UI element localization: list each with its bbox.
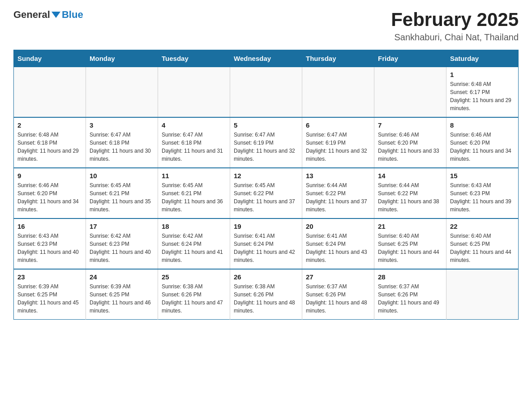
day-number: 26 [234,273,298,281]
logo-blue-text: Blue [62,9,83,21]
day-header-saturday: Saturday [446,50,519,67]
week-row-1: 1Sunrise: 6:48 AM Sunset: 6:17 PM Daylig… [14,67,519,118]
day-number: 2 [17,121,82,129]
day-info: Sunrise: 6:37 AM Sunset: 6:26 PM Dayligh… [306,283,370,315]
day-number: 15 [450,172,515,180]
day-info: Sunrise: 6:45 AM Sunset: 6:21 PM Dayligh… [90,181,154,214]
day-info: Sunrise: 6:40 AM Sunset: 6:25 PM Dayligh… [378,232,442,264]
day-number: 8 [450,121,515,129]
calendar-cell: 12Sunrise: 6:45 AM Sunset: 6:22 PM Dayli… [230,168,302,218]
day-info: Sunrise: 6:47 AM Sunset: 6:18 PM Dayligh… [162,131,226,163]
day-number: 11 [162,172,226,180]
calendar-cell: 22Sunrise: 6:40 AM Sunset: 6:25 PM Dayli… [446,218,519,269]
calendar-cell: 13Sunrise: 6:44 AM Sunset: 6:22 PM Dayli… [302,168,374,218]
calendar-cell: 1Sunrise: 6:48 AM Sunset: 6:17 PM Daylig… [446,67,519,118]
day-header-friday: Friday [374,50,446,67]
calendar-cell: 8Sunrise: 6:46 AM Sunset: 6:20 PM Daylig… [446,117,519,168]
day-info: Sunrise: 6:46 AM Sunset: 6:20 PM Dayligh… [450,131,515,163]
day-info: Sunrise: 6:47 AM Sunset: 6:19 PM Dayligh… [234,131,298,163]
calendar-cell: 20Sunrise: 6:41 AM Sunset: 6:24 PM Dayli… [302,218,374,269]
week-row-4: 16Sunrise: 6:43 AM Sunset: 6:23 PM Dayli… [14,218,519,269]
calendar-cell: 10Sunrise: 6:45 AM Sunset: 6:21 PM Dayli… [86,168,158,218]
day-number: 7 [378,121,442,129]
day-info: Sunrise: 6:47 AM Sunset: 6:19 PM Dayligh… [306,131,370,163]
calendar-cell [302,67,374,118]
day-number: 5 [234,121,298,129]
calendar-cell: 16Sunrise: 6:43 AM Sunset: 6:23 PM Dayli… [14,218,86,269]
day-info: Sunrise: 6:39 AM Sunset: 6:25 PM Dayligh… [17,283,82,315]
day-header-wednesday: Wednesday [230,50,302,67]
day-number: 9 [17,172,82,180]
day-number: 13 [306,172,370,180]
day-number: 27 [306,273,370,281]
calendar-cell: 15Sunrise: 6:43 AM Sunset: 6:23 PM Dayli… [446,168,519,218]
location-subtitle: Sankhaburi, Chai Nat, Thailand [391,32,519,43]
day-number: 22 [450,223,515,230]
day-number: 28 [378,273,442,281]
calendar-cell [446,269,519,320]
day-info: Sunrise: 6:39 AM Sunset: 6:25 PM Dayligh… [90,283,154,315]
day-number: 19 [234,223,298,230]
calendar-cell: 14Sunrise: 6:44 AM Sunset: 6:22 PM Dayli… [374,168,446,218]
day-number: 1 [450,71,515,78]
calendar-body: 1Sunrise: 6:48 AM Sunset: 6:17 PM Daylig… [14,67,519,320]
day-header-monday: Monday [86,50,158,67]
day-info: Sunrise: 6:40 AM Sunset: 6:25 PM Dayligh… [450,232,515,264]
logo-general-text: General [13,9,50,21]
day-number: 23 [17,273,82,281]
day-info: Sunrise: 6:43 AM Sunset: 6:23 PM Dayligh… [450,181,515,214]
calendar-cell: 5Sunrise: 6:47 AM Sunset: 6:19 PM Daylig… [230,117,302,168]
calendar-cell [374,67,446,118]
day-info: Sunrise: 6:38 AM Sunset: 6:26 PM Dayligh… [162,283,226,315]
calendar-cell: 28Sunrise: 6:37 AM Sunset: 6:26 PM Dayli… [374,269,446,320]
day-info: Sunrise: 6:48 AM Sunset: 6:18 PM Dayligh… [17,131,82,163]
day-number: 6 [306,121,370,129]
day-number: 14 [378,172,442,180]
day-header-sunday: Sunday [14,50,86,67]
calendar-cell: 19Sunrise: 6:41 AM Sunset: 6:24 PM Dayli… [230,218,302,269]
calendar-cell: 2Sunrise: 6:48 AM Sunset: 6:18 PM Daylig… [14,117,86,168]
calendar-cell: 3Sunrise: 6:47 AM Sunset: 6:18 PM Daylig… [86,117,158,168]
calendar-header: SundayMondayTuesdayWednesdayThursdayFrid… [14,50,519,67]
day-number: 24 [90,273,154,281]
day-number: 10 [90,172,154,180]
day-info: Sunrise: 6:41 AM Sunset: 6:24 PM Dayligh… [234,232,298,264]
calendar-cell: 23Sunrise: 6:39 AM Sunset: 6:25 PM Dayli… [14,269,86,320]
calendar-cell: 9Sunrise: 6:46 AM Sunset: 6:20 PM Daylig… [14,168,86,218]
day-info: Sunrise: 6:47 AM Sunset: 6:18 PM Dayligh… [90,131,154,163]
day-info: Sunrise: 6:46 AM Sunset: 6:20 PM Dayligh… [378,131,442,163]
calendar-cell: 24Sunrise: 6:39 AM Sunset: 6:25 PM Dayli… [86,269,158,320]
calendar-cell: 6Sunrise: 6:47 AM Sunset: 6:19 PM Daylig… [302,117,374,168]
logo-triangle-icon [51,12,60,18]
page-header: General Blue February 2025 Sankhaburi, C… [13,9,519,43]
day-info: Sunrise: 6:41 AM Sunset: 6:24 PM Dayligh… [306,232,370,264]
calendar-cell: 25Sunrise: 6:38 AM Sunset: 6:26 PM Dayli… [158,269,230,320]
calendar-cell [14,67,86,118]
main-title: February 2025 [391,9,519,30]
day-info: Sunrise: 6:42 AM Sunset: 6:24 PM Dayligh… [162,232,226,264]
day-info: Sunrise: 6:43 AM Sunset: 6:23 PM Dayligh… [17,232,82,264]
week-row-3: 9Sunrise: 6:46 AM Sunset: 6:20 PM Daylig… [14,168,519,218]
calendar-cell [158,67,230,118]
calendar-cell: 4Sunrise: 6:47 AM Sunset: 6:18 PM Daylig… [158,117,230,168]
day-info: Sunrise: 6:46 AM Sunset: 6:20 PM Dayligh… [17,181,82,214]
day-info: Sunrise: 6:42 AM Sunset: 6:23 PM Dayligh… [90,232,154,264]
day-number: 18 [162,223,226,230]
header-row: SundayMondayTuesdayWednesdayThursdayFrid… [14,50,519,67]
calendar-cell [86,67,158,118]
calendar-cell: 7Sunrise: 6:46 AM Sunset: 6:20 PM Daylig… [374,117,446,168]
day-info: Sunrise: 6:45 AM Sunset: 6:22 PM Dayligh… [234,181,298,214]
calendar-cell: 11Sunrise: 6:45 AM Sunset: 6:21 PM Dayli… [158,168,230,218]
week-row-2: 2Sunrise: 6:48 AM Sunset: 6:18 PM Daylig… [14,117,519,168]
calendar-cell: 21Sunrise: 6:40 AM Sunset: 6:25 PM Dayli… [374,218,446,269]
day-number: 12 [234,172,298,180]
day-number: 4 [162,121,226,129]
day-number: 20 [306,223,370,230]
day-header-thursday: Thursday [302,50,374,67]
calendar-cell [230,67,302,118]
day-info: Sunrise: 6:38 AM Sunset: 6:26 PM Dayligh… [234,283,298,315]
day-header-tuesday: Tuesday [158,50,230,67]
calendar-cell: 17Sunrise: 6:42 AM Sunset: 6:23 PM Dayli… [86,218,158,269]
calendar-cell: 27Sunrise: 6:37 AM Sunset: 6:26 PM Dayli… [302,269,374,320]
day-number: 21 [378,223,442,230]
